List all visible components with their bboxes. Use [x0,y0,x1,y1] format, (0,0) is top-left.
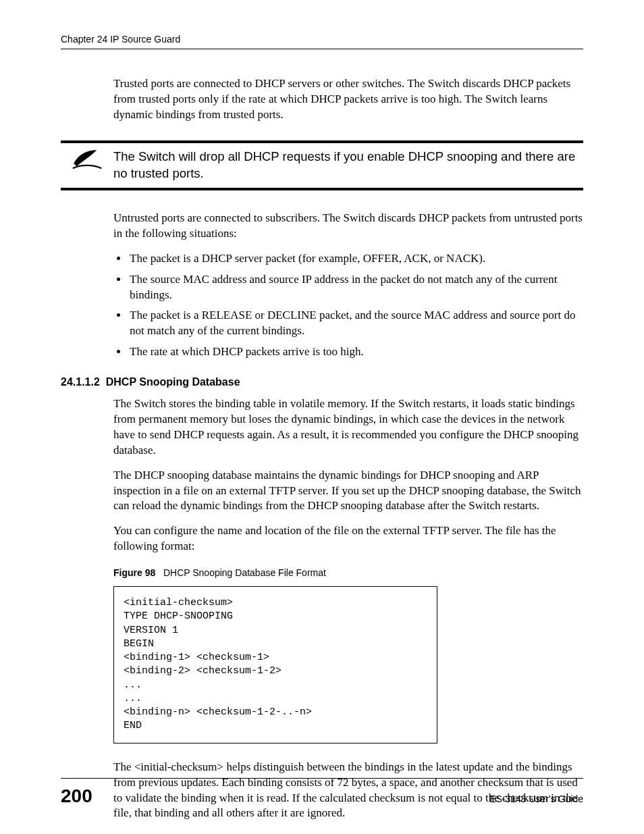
running-header-text: Chapter 24 IP Source Guard [61,34,180,45]
paragraph-db-1: The Switch stores the binding table in v… [113,396,583,459]
figure-label: Figure 98 [113,567,155,578]
page: Chapter 24 IP Source Guard Trusted ports… [0,0,644,834]
figure-caption: Figure 98 DHCP Snooping Database File Fo… [113,567,583,579]
situation-item: The rate at which DHCP packets arrive is… [128,344,583,360]
body-content: Trusted ports are connected to DHCP serv… [113,76,583,821]
code-box: <initial-checksum> TYPE DHCP-SNOOPING VE… [113,586,437,744]
situation-item: The packet is a DHCP server packet (for … [128,251,583,267]
note-icon [61,143,113,170]
situation-item: The source MAC address and source IP add… [128,272,583,303]
figure-caption-text: DHCP Snooping Database File Format [163,567,326,578]
note-bottom-bar [61,188,583,190]
paragraph-trusted-ports: Trusted ports are connected to DHCP serv… [113,76,583,123]
situations-list: The packet is a DHCP server packet (for … [113,251,583,361]
section-heading: 24.1.1.2 DHCP Snooping Database [61,375,583,390]
note-text: The Switch will drop all DHCP requests i… [113,143,583,188]
paragraph-db-2: The DHCP snooping database maintains the… [113,468,583,515]
paragraph-db-3: You can configure the name and location … [113,523,583,554]
running-header: Chapter 24 IP Source Guard [61,34,583,49]
note-block: The Switch will drop all DHCP requests i… [113,140,583,190]
section-title: DHCP Snooping Database [106,376,240,388]
page-number: 200 [61,785,92,807]
page-footer: 200 ES-3148 User's Guide [61,778,583,807]
note-row: The Switch will drop all DHCP requests i… [113,143,583,188]
paragraph-untrusted-intro: Untrusted ports are connected to subscri… [113,211,583,242]
section-number: 24.1.1.2 [61,376,100,388]
pen-note-icon [72,147,103,170]
situation-item: The packet is a RELEASE or DECLINE packe… [128,308,583,339]
footer-guide-title: ES-3148 User's Guide [489,793,583,804]
